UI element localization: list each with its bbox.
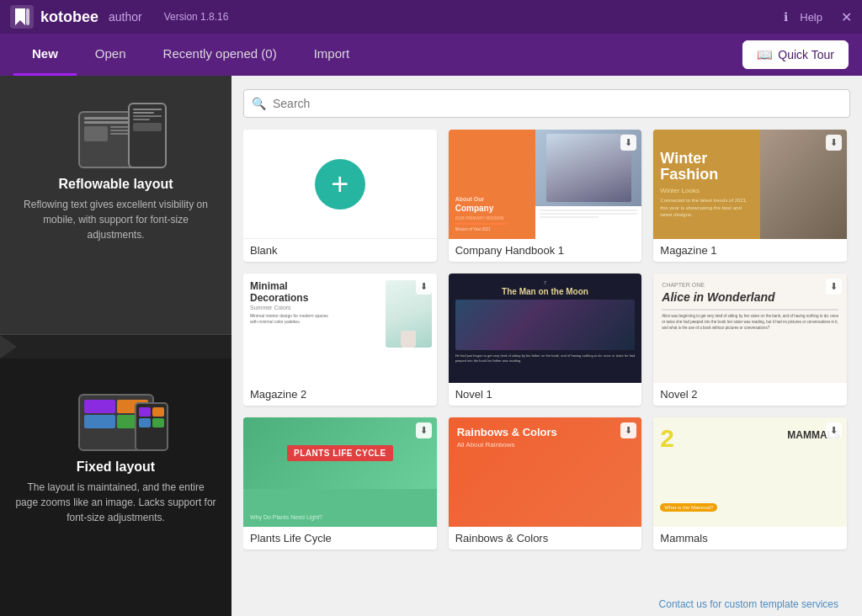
- magazine1-thumbnail: WinterFashion Winter Looks Connected to …: [653, 130, 847, 239]
- main-content: Reflowable layout Reflowing text gives e…: [0, 76, 862, 616]
- fixed-phone-graphic: [135, 402, 168, 451]
- template-novel2-label: Novel 2: [653, 383, 847, 406]
- template-magazine2-label: Magazine 2: [243, 383, 437, 406]
- fixed-description: The layout is maintained, and the entire…: [15, 480, 216, 525]
- magazine2-thumbnail: MinimalDecorations Summer Colors Minimal…: [243, 273, 437, 383]
- ch-mission: OUR PRIMARY MISSION: [455, 215, 529, 220]
- close-button[interactable]: ✕: [841, 9, 852, 25]
- tab-open[interactable]: Open: [77, 34, 145, 76]
- plants-subtitle: Why Do Plants Need Light?: [250, 514, 430, 520]
- mammals-badge: What is the Mammal?: [660, 503, 717, 512]
- add-icon: +: [315, 159, 365, 210]
- titlebar: kotobee author Version 1.8.16 ℹ Help ✕: [0, 0, 862, 34]
- download-icon: ⬇: [826, 422, 842, 438]
- mag1-title: WinterFashion: [660, 151, 753, 184]
- template-plants-label: Plants Life Cycle: [243, 527, 437, 550]
- download-icon: ⬇: [826, 135, 842, 151]
- layout-separator: [0, 335, 17, 358]
- app-logo-icon: [10, 5, 34, 29]
- sidebar: Reflowable layout Reflowing text gives e…: [0, 76, 231, 616]
- rainbow-subtitle: All About Rainbows: [457, 441, 634, 449]
- template-magazine-2[interactable]: MinimalDecorations Summer Colors Minimal…: [243, 273, 437, 406]
- ch-body: Mission of Year 2021: [455, 227, 529, 232]
- template-plants-life-cycle[interactable]: PLANTS LIFE CYCLE Why Do Plants Need Lig…: [243, 417, 437, 550]
- download-icon: ⬇: [826, 279, 842, 295]
- tab-import[interactable]: Import: [295, 34, 369, 76]
- template-blank-label: Blank: [243, 239, 437, 262]
- fixed-title: Fixed layout: [77, 459, 155, 475]
- navbar: New Open Recently opened (0) Import 📖 Qu…: [0, 34, 862, 76]
- nov1-title-text: The Man on the Moon: [502, 287, 588, 296]
- nov2-title-text: Alice in Wonderland: [662, 290, 838, 304]
- template-mammals[interactable]: 2 MAMMALS What is the Mammal? ⬇ Mammals: [653, 417, 847, 550]
- templates-grid: + Blank About Our Company OUR PRIMARY MI…: [243, 130, 850, 591]
- help-link[interactable]: Help: [800, 11, 822, 24]
- phone-graphic: [128, 103, 167, 168]
- nav-tabs: New Open Recently opened (0) Import: [13, 34, 368, 76]
- template-rainbows-colors[interactable]: Rainbows & Colors All About Rainbows ⬇ R…: [449, 417, 642, 550]
- template-magazine1-label: Magazine 1: [653, 239, 847, 262]
- fixed-preview: [57, 375, 175, 451]
- template-novel-2[interactable]: CHAPTER ONE Alice in Wonderland Alice wa…: [653, 273, 847, 406]
- mag1-subtitle: Winter Looks: [660, 187, 753, 194]
- rainbow-title-text: Rainbows & Colors: [457, 426, 634, 438]
- nov1-chapter: 7: [544, 280, 546, 285]
- tab-new[interactable]: New: [13, 34, 77, 76]
- reflowable-title: Reflowable layout: [58, 177, 173, 192]
- magazine1-overlay: WinterFashion Winter Looks Connected to …: [653, 130, 759, 239]
- ch-left-panel: About Our Company OUR PRIMARY MISSION Mi…: [449, 130, 535, 239]
- rainbow-thumbnail: Rainbows & Colors All About Rainbows: [449, 417, 642, 527]
- company-handbook-thumbnail: About Our Company OUR PRIMARY MISSION Mi…: [449, 130, 642, 239]
- titlebar-right: ℹ Help ✕: [784, 9, 852, 25]
- nov1-image: [455, 300, 636, 350]
- nov2-chapter: CHAPTER ONE: [662, 282, 838, 288]
- plants-thumbnail: PLANTS LIFE CYCLE Why Do Plants Need Lig…: [243, 417, 437, 527]
- mammals-number: 2: [660, 424, 674, 453]
- novel1-thumbnail: 7 The Man on the Moon He had just begun …: [449, 273, 642, 383]
- app-edition: author: [109, 10, 142, 24]
- titlebar-left: kotobee author Version 1.8.16: [10, 5, 228, 29]
- blank-thumbnail: +: [243, 130, 437, 239]
- template-row-1: + Blank About Our Company OUR PRIMARY MI…: [243, 130, 847, 262]
- footer: Contact us for custom template services: [243, 591, 850, 616]
- template-blank[interactable]: + Blank: [243, 130, 437, 262]
- template-row-3: PLANTS LIFE CYCLE Why Do Plants Need Lig…: [243, 417, 847, 550]
- search-input[interactable]: [243, 89, 850, 118]
- app-version: Version 1.8.16: [164, 11, 229, 23]
- app-name: kotobee: [40, 8, 98, 26]
- ch-company: Company: [455, 204, 529, 213]
- mammals-thumbnail: 2 MAMMALS What is the Mammal?: [653, 417, 847, 527]
- fixed-layout-card[interactable]: Fixed layout The layout is maintained, a…: [0, 358, 231, 617]
- template-row-2: MinimalDecorations Summer Colors Minimal…: [243, 273, 847, 406]
- template-company-handbook-1[interactable]: About Our Company OUR PRIMARY MISSION Mi…: [449, 130, 642, 262]
- download-icon: ⬇: [620, 135, 636, 151]
- template-magazine-1[interactable]: WinterFashion Winter Looks Connected to …: [653, 130, 847, 262]
- svg-rect-1: [26, 8, 29, 25]
- reflowable-preview: [57, 93, 175, 168]
- plants-title-text: PLANTS LIFE CYCLE: [294, 449, 386, 458]
- template-rainbows-label: Rainbows & Colors: [449, 527, 642, 550]
- contact-link[interactable]: Contact us for custom template services: [659, 598, 838, 610]
- mag1-body: Connected to the latest trends of 2021, …: [660, 197, 753, 218]
- ch-about: About Our: [455, 196, 529, 202]
- download-icon: ⬇: [416, 422, 432, 438]
- tab-recently-opened[interactable]: Recently opened (0): [145, 34, 295, 76]
- template-novel1-label: Novel 1: [449, 383, 642, 406]
- quick-tour-button[interactable]: 📖 Quick Tour: [742, 40, 849, 69]
- nov1-body: He had just begun to get very tired of s…: [455, 353, 636, 363]
- search-icon: 🔍: [252, 97, 266, 110]
- template-novel-1[interactable]: 7 The Man on the Moon He had just begun …: [449, 273, 642, 406]
- reflowable-layout-card[interactable]: Reflowable layout Reflowing text gives e…: [0, 76, 231, 335]
- novel2-thumbnail: CHAPTER ONE Alice in Wonderland Alice wa…: [653, 273, 847, 383]
- content-area: 🔍 + Blank About Our: [231, 76, 862, 616]
- nov2-body: Alice was beginning to get very tired of…: [662, 314, 838, 331]
- template-mammals-label: Mammals: [653, 527, 847, 550]
- template-company-handbook-label: Company Handbook 1: [449, 239, 642, 262]
- download-icon: ⬇: [416, 279, 432, 295]
- book-icon: 📖: [757, 47, 773, 62]
- search-bar: 🔍: [243, 89, 850, 118]
- help-icon: ℹ: [784, 10, 788, 24]
- reflowable-description: Reflowing text gives excellent visibilit…: [15, 197, 216, 242]
- plants-top: PLANTS LIFE CYCLE: [243, 417, 437, 489]
